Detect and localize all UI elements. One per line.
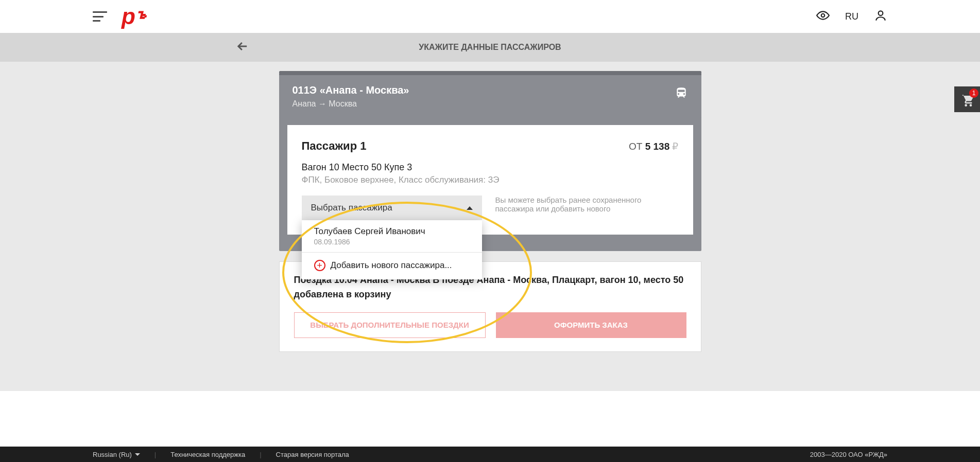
passenger-select-label: Выбрать пассажира xyxy=(311,203,392,213)
floating-cart-button[interactable]: 1 xyxy=(954,86,980,112)
topbar-right: RU xyxy=(816,9,887,25)
footer: Russian (Ru) | Техническая поддержка | С… xyxy=(0,447,980,462)
passenger-price: ОТ 5 138 ₽ xyxy=(629,140,679,152)
train-card: 011Э «Анапа - Москва» Анапа → Москва Пас… xyxy=(279,71,701,251)
logo[interactable]: pꚜ xyxy=(122,5,145,28)
caret-down-icon xyxy=(135,453,140,456)
subheader-title: УКАЖИТЕ ДАННЫЕ ПАССАЖИРОВ xyxy=(419,43,561,52)
back-arrow-icon[interactable] xyxy=(235,39,250,56)
plus-icon: + xyxy=(314,260,325,271)
passenger-card: Пассажир 1 ОТ 5 138 ₽ Вагон 10 Место 50 … xyxy=(287,125,693,235)
footer-old-portal-link[interactable]: Старая версия портала xyxy=(276,451,349,458)
footer-language-selector[interactable]: Russian (Ru) xyxy=(93,451,140,458)
passenger-heading: Пассажир 1 xyxy=(302,139,367,153)
seat-info: Вагон 10 Место 50 Купе 3 xyxy=(302,162,679,173)
footer-support-link[interactable]: Техническая поддержка xyxy=(170,451,245,458)
user-icon[interactable] xyxy=(874,9,887,25)
passenger-option-add[interactable]: + Добавить нового пассажира... xyxy=(302,253,482,279)
caret-up-icon xyxy=(467,206,473,210)
train-route: Анапа → Москва xyxy=(293,99,409,109)
menu-icon[interactable] xyxy=(93,11,107,22)
passenger-option-saved[interactable]: Толубаев Сергей Иванович 08.09.1986 xyxy=(302,220,482,252)
svg-point-1 xyxy=(879,11,883,15)
svg-point-0 xyxy=(821,13,825,17)
visibility-icon[interactable] xyxy=(816,9,830,25)
top-bar: pꚜ RU xyxy=(0,0,980,33)
passenger-select-hint: Вы можете выбрать ранее сохраненного пас… xyxy=(495,196,665,213)
train-icon xyxy=(675,86,688,102)
topbar-left: pꚜ xyxy=(93,5,145,28)
subheader: УКАЖИТЕ ДАННЫЕ ПАССАЖИРОВ xyxy=(0,33,980,62)
select-additional-trips-button[interactable]: ВЫБРАТЬ ДОПОЛНИТЕЛЬНЫЕ ПОЕЗДКИ xyxy=(294,312,486,338)
train-title: 011Э «Анапа - Москва» xyxy=(293,84,409,96)
language-selector[interactable]: RU xyxy=(845,11,858,22)
cart-badge: 1 xyxy=(969,88,978,98)
passenger-dropdown: Толубаев Сергей Иванович 08.09.1986 + До… xyxy=(302,220,482,279)
class-info: ФПК, Боковое верхнее, Класс обслуживания… xyxy=(302,175,679,185)
footer-copyright: 2003—2020 ОАО «РЖД» xyxy=(810,451,887,458)
passenger-select[interactable]: Выбрать пассажира Толубаев Сергей Иванов… xyxy=(302,196,482,220)
panel-wrap: 011Э «Анапа - Москва» Анапа → Москва Пас… xyxy=(279,71,701,370)
cart-notice-line2: добавлена в корзину xyxy=(294,289,391,299)
content-area: 011Э «Анапа - Москва» Анапа → Москва Пас… xyxy=(0,62,980,391)
checkout-button[interactable]: ОФОРМИТЬ ЗАКАЗ xyxy=(496,312,686,338)
